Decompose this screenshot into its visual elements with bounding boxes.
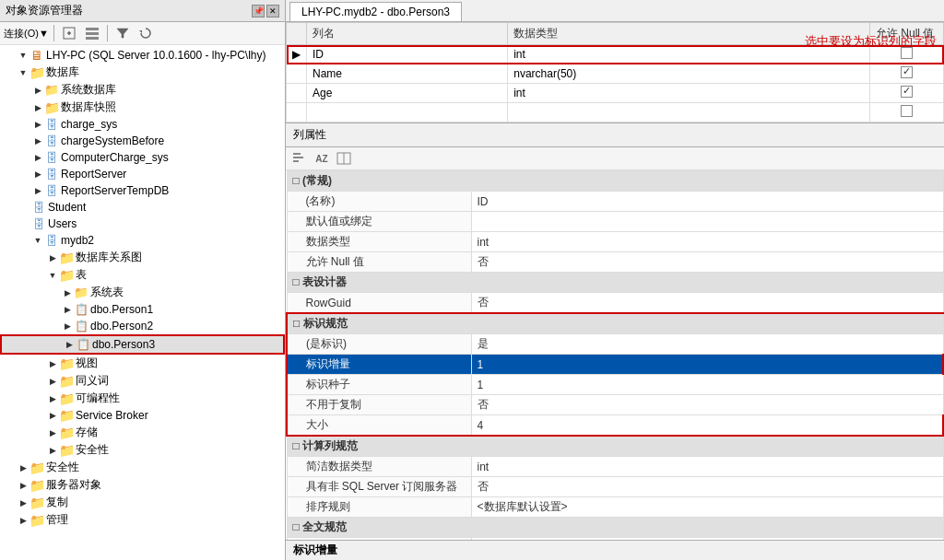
tree-item-synonyms[interactable]: ▶ 📁 同义词 <box>0 372 285 390</box>
tree-item-person3[interactable]: ▶ 📋 dbo.Person3 <box>0 334 285 355</box>
table-row-id[interactable]: ▶ ID int <box>287 45 944 64</box>
expand-toggle[interactable]: ▶ <box>63 338 76 351</box>
tree-item-tables[interactable]: ▼ 📁 表 <box>0 266 285 284</box>
expand-toggle[interactable]: ▶ <box>31 134 44 147</box>
expand-toggle[interactable]: ▼ <box>17 49 30 62</box>
expand-toggle[interactable]: ▶ <box>17 479 30 492</box>
cell-col-null[interactable] <box>870 64 944 84</box>
prop-row-identity-increment[interactable]: 标识增量 1 <box>287 355 943 375</box>
expand-toggle[interactable]: ▶ <box>31 101 44 114</box>
row-indicator: ▶ <box>287 45 307 64</box>
table-row-empty[interactable] <box>287 103 944 122</box>
tree-item-person2[interactable]: ▶ 📋 dbo.Person2 <box>0 318 285 334</box>
tree-item-chargesystembefore[interactable]: ▶ 🗄 chargeSystemBefore <box>0 133 285 149</box>
tree-item-reportserver[interactable]: ▶ 🗄 ReportServer <box>0 166 285 182</box>
prop-row-is-identity[interactable]: (是标识) 是 <box>287 334 943 355</box>
expand-toggle[interactable]: ▶ <box>31 151 44 164</box>
expand-toggle[interactable]: ▶ <box>46 251 59 264</box>
expand-toggle[interactable]: ▶ <box>31 118 44 131</box>
table-row-age[interactable]: Age int <box>287 84 944 103</box>
expand-toggle[interactable]: ▶ <box>46 444 59 457</box>
tree-item-system-db[interactable]: ▶ 📁 系统数据库 <box>0 81 285 99</box>
pin-button[interactable]: 📌 <box>252 5 265 18</box>
tree-item-views[interactable]: ▶ 📁 视图 <box>0 355 285 372</box>
prop-row-rowguid[interactable]: RowGuid 否 <box>287 293 943 314</box>
properties-panel: 列属性 AZ □ (常规) <box>286 123 944 560</box>
tree-item-server-objects[interactable]: ▶ 📁 服务器对象 <box>0 476 285 494</box>
db-icon: 🗄 <box>44 167 59 181</box>
tree-item-db-snapshot[interactable]: ▶ 📁 数据库快照 <box>0 99 285 116</box>
expand-toggle[interactable]: ▼ <box>17 66 30 79</box>
tree-item-replication[interactable]: ▶ 📁 复制 <box>0 494 285 511</box>
expand-toggle[interactable]: ▶ <box>61 320 74 332</box>
tree-container[interactable]: ▼ 🖥 LHY-PC (SQL Server 10.0.1600 - lhy-P… <box>0 45 285 560</box>
tree-item-service-broker[interactable]: ▶ 📁 Service Broker <box>0 407 285 424</box>
prop-row-nullable[interactable]: 允许 Null 值 否 <box>287 252 943 273</box>
prop-row-name[interactable]: (名称) ID <box>287 192 943 212</box>
cell-empty-null[interactable] <box>870 103 944 122</box>
refresh-icon <box>138 26 153 41</box>
table-row-name[interactable]: Name nvarchar(50) <box>287 64 944 84</box>
expand-toggle[interactable]: ▶ <box>61 286 74 299</box>
expand-toggle[interactable]: ▶ <box>17 514 30 527</box>
tree-item-student[interactable]: 🗄 Student <box>0 199 285 216</box>
nullable-checkbox[interactable] <box>901 105 913 117</box>
tree-item-person1[interactable]: ▶ 📋 dbo.Person1 <box>0 301 285 318</box>
tree-item-management[interactable]: ▶ 📁 管理 <box>0 511 285 529</box>
new-query-button[interactable] <box>59 24 79 42</box>
prop-row-no-replication[interactable]: 不用于复制 否 <box>287 395 943 415</box>
expand-toggle[interactable]: ▼ <box>31 234 44 247</box>
prop-row-collation[interactable]: 排序规则 <数据库默认设置> <box>287 497 943 518</box>
tree-item-computercharge[interactable]: ▶ 🗄 ComputerCharge_sys <box>0 149 285 166</box>
expand-toggle[interactable]: ▶ <box>46 409 59 422</box>
prop-row-size[interactable]: 大小 4 <box>287 415 943 437</box>
connect-button[interactable]: 连接(O)▼ <box>4 27 49 41</box>
tab-person3[interactable]: LHY-PC.mydb2 - dbo.Person3 <box>289 2 462 21</box>
nullable-checkbox[interactable] <box>901 86 913 98</box>
tree-item-programmability[interactable]: ▶ 📁 可编程性 <box>0 390 285 407</box>
cell-col-null[interactable] <box>870 45 944 64</box>
close-panel-button[interactable]: ✕ <box>266 5 279 18</box>
props-view-btn[interactable] <box>334 149 354 168</box>
expand-toggle[interactable]: ▶ <box>17 461 30 474</box>
tree-item-security[interactable]: ▶ 📁 安全性 <box>0 459 285 476</box>
prop-row-concise-type[interactable]: 简洁数据类型 int <box>287 457 943 477</box>
props-content[interactable]: □ (常规) (名称) ID 默认值或绑定 数据类型 int <box>286 170 944 540</box>
tree-item-mydb2[interactable]: ▼ 🗄 mydb2 <box>0 232 285 249</box>
expand-toggle[interactable]: ▼ <box>46 269 59 282</box>
svg-marker-6 <box>117 29 128 38</box>
expand-toggle[interactable]: ▶ <box>46 375 59 388</box>
expand-toggle[interactable]: ▶ <box>61 303 74 316</box>
expand-toggle[interactable]: ▶ <box>46 426 59 439</box>
prop-row-default[interactable]: 默认值或绑定 <box>287 212 943 232</box>
expand-toggle[interactable]: ▶ <box>46 392 59 405</box>
expand-toggle[interactable]: ▶ <box>31 168 44 181</box>
refresh-button[interactable] <box>136 24 156 42</box>
tree-item-users[interactable]: 🗄 Users <box>0 216 285 232</box>
filter-button[interactable] <box>112 24 133 42</box>
tree-item-storage[interactable]: ▶ 📁 存储 <box>0 424 285 441</box>
prop-row-datatype[interactable]: 数据类型 int <box>287 232 943 252</box>
tree-item-dbdiagram[interactable]: ▶ 📁 数据库关系图 <box>0 249 285 266</box>
expand-toggle[interactable]: ▶ <box>31 184 44 197</box>
list-view-button[interactable] <box>82 24 102 42</box>
tree-item-server[interactable]: ▼ 🖥 LHY-PC (SQL Server 10.0.1600 - lhy-P… <box>0 47 285 64</box>
tree-item-security-sub[interactable]: ▶ 📁 安全性 <box>0 441 285 459</box>
nullable-checkbox[interactable] <box>901 47 913 59</box>
tables-label: 表 <box>76 267 87 283</box>
explorer-toolbar: 连接(O)▼ <box>0 22 285 45</box>
nullable-checkbox[interactable] <box>901 66 913 78</box>
column-table: 列名 数据类型 允许 Null 值 ▶ ID int <box>286 22 944 122</box>
expand-toggle[interactable]: ▶ <box>46 357 59 370</box>
cell-col-null[interactable] <box>870 84 944 103</box>
props-az-btn[interactable]: AZ <box>312 149 332 168</box>
tree-item-databases[interactable]: ▼ 📁 数据库 <box>0 64 285 81</box>
expand-toggle[interactable]: ▶ <box>17 496 30 509</box>
tree-item-charge-sys[interactable]: ▶ 🗄 charge_sys <box>0 116 285 133</box>
prop-row-non-sql[interactable]: 具有非 SQL Server 订阅服务器 否 <box>287 477 943 497</box>
expand-toggle[interactable]: ▶ <box>31 84 44 97</box>
tree-item-reportservertempdb[interactable]: ▶ 🗄 ReportServerTempDB <box>0 182 285 199</box>
props-sort-btn[interactable] <box>289 149 310 168</box>
prop-row-identity-seed[interactable]: 标识种子 1 <box>287 375 943 395</box>
tree-item-systables[interactable]: ▶ 📁 系统表 <box>0 284 285 301</box>
